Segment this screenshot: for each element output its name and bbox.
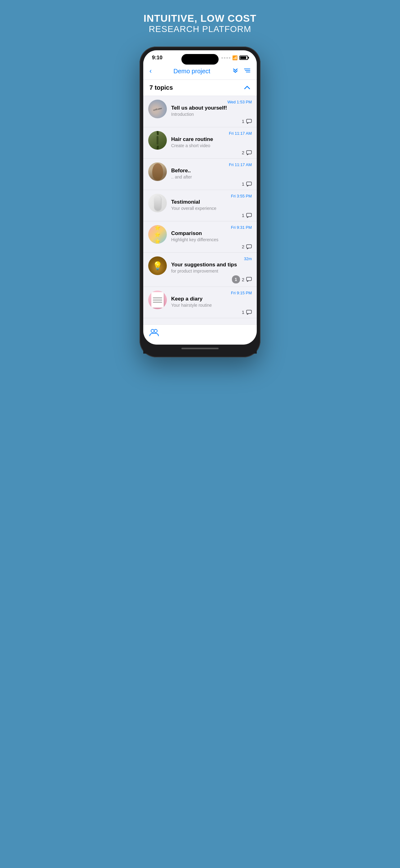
list-item[interactable]: welcome Wed 1:53 PM Tell us about yourse… [143, 96, 257, 127]
topic-title: Hair care routine [171, 136, 252, 143]
comment-count: 2 [242, 150, 252, 155]
topic-subtitle: Introduction [171, 112, 252, 117]
topics-count: 7 topics [149, 84, 173, 91]
avatar: ⭐ ⭐ ⭐ [148, 225, 167, 244]
wifi-icon: 📶 [232, 55, 237, 60]
home-bar [181, 348, 219, 349]
svg-rect-4 [246, 151, 252, 154]
comment-count: 1 [242, 213, 252, 218]
tab-bar [143, 324, 257, 345]
topic-title: Testimonial [171, 199, 252, 205]
list-item[interactable]: Fri 11:17 AM Hair care routine Create a … [143, 127, 257, 159]
topic-meta: 2 [171, 244, 252, 249]
phone-screen: 9:10 📶 ‹ Demo project [143, 50, 257, 345]
topic-timestamp: Fri 3:55 PM [171, 194, 252, 198]
dynamic-island [181, 54, 219, 65]
topic-content: Wed 1:53 PM Tell us about yourself! Intr… [171, 100, 252, 124]
hero-line2: RESEARCH PLATFORM [143, 24, 257, 34]
topic-content: Fri 9:31 PM Comparison Highlight key dif… [171, 225, 252, 249]
list-item[interactable]: Fri 3:55 PM Testimonial Your overall exp… [143, 190, 257, 221]
svg-rect-6 [246, 213, 252, 217]
topic-timestamp: Fri 11:17 AM [171, 162, 252, 167]
topic-timestamp: Fri 9:31 PM [171, 225, 252, 230]
topic-content: Fri 9:15 PM Keep a diary Your hairstyle … [171, 290, 252, 315]
topic-meta: 1 [171, 181, 252, 187]
topic-subtitle: Your overall experience [171, 206, 252, 211]
people-icon [149, 329, 159, 338]
topic-timestamp: Fri 9:15 PM [171, 290, 252, 295]
comment-count: 1 [242, 181, 252, 187]
topic-content: Fri 11:17 AM Before.. .. and after 1 [171, 162, 252, 187]
avatar [148, 290, 167, 309]
topic-content: Fri 11:17 AM Hair care routine Create a … [171, 131, 252, 155]
topic-meta: 1 [171, 119, 252, 124]
list-item[interactable]: ⭐ ⭐ ⭐ Fri 9:31 PM Comparison Highlight k… [143, 221, 257, 253]
avatar [148, 194, 167, 212]
avatar: 💡 [148, 256, 167, 275]
avatar: welcome [148, 100, 167, 118]
topic-subtitle: .. and after [171, 175, 252, 180]
topic-meta: 1 [171, 213, 252, 218]
topic-list: welcome Wed 1:53 PM Tell us about yourse… [143, 96, 257, 324]
phone-frame: 9:10 📶 ‹ Demo project [139, 46, 261, 357]
topic-content: Fri 3:55 PM Testimonial Your overall exp… [171, 194, 252, 218]
topic-timestamp: Wed 1:53 PM [171, 100, 252, 104]
unread-badge: 1 [232, 275, 240, 283]
comment-count: 2 [242, 244, 252, 249]
topic-timestamp: Fri 11:17 AM [171, 131, 252, 136]
topic-title: Comparison [171, 230, 252, 237]
svg-rect-9 [246, 310, 252, 314]
comment-count: 1 [242, 310, 252, 315]
list-item[interactable]: Fri 11:17 AM Before.. .. and after 1 [143, 159, 257, 190]
svg-point-11 [154, 330, 157, 333]
topic-title: Keep a diary [171, 296, 252, 302]
topic-title: Your suggestions and tips [171, 262, 252, 268]
svg-point-10 [151, 330, 154, 333]
signal-icon [222, 57, 230, 59]
hero-line1: INTUITIVE, LOW COST [143, 12, 257, 24]
hero-section: INTUITIVE, LOW COST RESEARCH PLATFORM [143, 12, 257, 34]
avatar [148, 162, 167, 181]
status-bar: 9:10 📶 [143, 50, 257, 63]
svg-rect-3 [246, 119, 252, 123]
topic-meta: 1 2 [171, 275, 252, 283]
avatar [148, 131, 167, 150]
svg-rect-5 [246, 182, 252, 185]
topic-content: 32m Your suggestions and tips for produc… [171, 256, 252, 283]
topic-subtitle: Highlight key differences [171, 237, 252, 242]
collapse-icon[interactable] [232, 67, 239, 75]
topics-header: 7 topics [143, 80, 257, 96]
topic-subtitle: Create a short video [171, 143, 252, 148]
topic-meta: 1 [171, 310, 252, 315]
list-item[interactable]: Fri 9:15 PM Keep a diary Your hairstyle … [143, 287, 257, 318]
home-indicator [143, 345, 257, 353]
topics-collapse-button[interactable] [244, 84, 251, 91]
battery-icon [239, 56, 248, 60]
topic-subtitle: Your hairstyle routine [171, 303, 252, 308]
status-time: 9:10 [152, 55, 163, 61]
nav-actions [232, 67, 251, 75]
svg-rect-8 [246, 277, 252, 281]
list-item[interactable]: 💡 32m Your suggestions and tips for prod… [143, 253, 257, 287]
nav-title: Demo project [173, 68, 210, 75]
comment-count: 1 [242, 119, 252, 124]
topic-timestamp: 32m [171, 256, 252, 261]
topic-title: Tell us about yourself! [171, 105, 252, 111]
filter-icon[interactable] [244, 68, 251, 75]
status-icons: 📶 [222, 55, 248, 60]
tab-people[interactable] [149, 329, 159, 338]
topic-title: Before.. [171, 168, 252, 174]
svg-rect-7 [246, 245, 252, 248]
topic-meta: 2 [171, 150, 252, 155]
comment-count: 2 [242, 277, 252, 282]
back-button[interactable]: ‹ [149, 67, 152, 75]
topic-subtitle: for product improvement [171, 269, 252, 274]
nav-bar: ‹ Demo project [143, 63, 257, 80]
